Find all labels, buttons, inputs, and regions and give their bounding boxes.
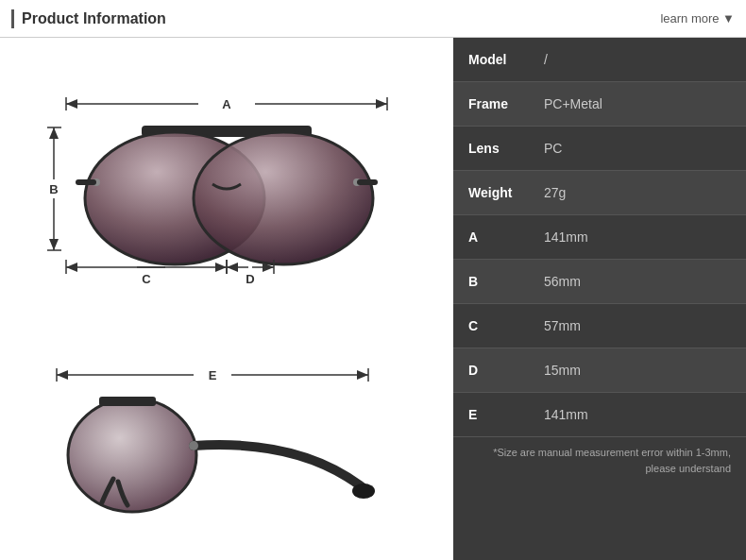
main-content: A B <box>0 38 746 560</box>
spec-value-frame: PC+Metal <box>544 96 602 111</box>
arrow-b-bottom <box>49 239 59 250</box>
spec-label-a: A <box>468 229 544 245</box>
sunglass-left-arm <box>76 179 96 185</box>
spec-label-c: C <box>468 318 544 333</box>
side-view-svg: E <box>28 342 425 531</box>
spec-row-c: C 57mm <box>453 304 746 348</box>
spec-row-a: A 141mm <box>453 215 746 260</box>
right-panel: Model / Frame PC+Metal Lens PC Weight 27… <box>453 38 746 560</box>
spec-row-b: B 56mm <box>453 260 746 304</box>
sunglass-right-lens <box>194 132 373 264</box>
sunglass-side-temple-tip <box>352 484 375 499</box>
sunglass-side-hinge <box>189 441 198 450</box>
header-left: Product Information <box>11 9 166 28</box>
front-view-svg: A B <box>28 71 425 297</box>
spec-label-frame: Frame <box>468 96 544 111</box>
spec-row-e: E 141mm <box>453 393 746 437</box>
page-title: Product Information <box>22 10 166 27</box>
sunglass-side-temple <box>194 445 364 488</box>
left-panel: A B <box>0 38 453 560</box>
spec-value-model: / <box>544 52 548 67</box>
page-wrapper: Product Information learn more ▼ <box>0 0 746 560</box>
spec-value-a: 141mm <box>544 229 588 245</box>
sunglass-side-lens <box>68 399 196 512</box>
spec-label-d: D <box>468 363 544 378</box>
spec-label-e: E <box>468 407 544 422</box>
disclaimer-text: *Size are manual measurement error withi… <box>453 437 746 484</box>
arrow-a-right <box>376 99 387 109</box>
spec-row-model: Model / <box>453 38 746 82</box>
header: Product Information learn more ▼ <box>0 0 746 38</box>
spec-value-weight: 27g <box>544 185 566 200</box>
dim-c-label: C <box>142 272 151 286</box>
arrow-b-top <box>49 127 59 139</box>
spec-value-d: 15mm <box>544 363 581 378</box>
spec-value-b: 56mm <box>544 274 581 289</box>
spec-label-lens: Lens <box>468 141 544 156</box>
spec-value-e: 141mm <box>544 407 588 422</box>
dim-a-label: A <box>222 97 231 111</box>
arrow-c-left <box>66 263 77 272</box>
sunglass-right-arm <box>357 179 378 185</box>
spec-label-b: B <box>468 274 544 289</box>
dim-b-label: B <box>49 182 58 196</box>
arrow-c-right <box>215 263 227 272</box>
spec-row-frame: Frame PC+Metal <box>453 82 746 127</box>
spec-value-c: 57mm <box>544 318 581 333</box>
spec-label-model: Model <box>468 52 544 67</box>
arrow-a-left <box>66 99 77 109</box>
header-bar <box>11 9 14 28</box>
dim-d-label: D <box>246 272 254 286</box>
spec-label-weight: Weight <box>468 185 544 200</box>
spec-row-lens: Lens PC <box>453 127 746 171</box>
arrow-e-left <box>57 370 68 380</box>
arrow-d-left <box>227 263 238 272</box>
sunglass-side-bar <box>99 397 156 406</box>
side-view-container: E <box>19 322 434 551</box>
arrow-e-right <box>357 370 368 380</box>
dim-e-label: E <box>209 368 217 382</box>
spec-row-weight: Weight 27g <box>453 171 746 215</box>
learn-more-button[interactable]: learn more ▼ <box>660 11 735 25</box>
front-view-container: A B <box>19 47 434 322</box>
spec-row-d: D 15mm <box>453 348 746 393</box>
spec-value-lens: PC <box>544 141 562 156</box>
